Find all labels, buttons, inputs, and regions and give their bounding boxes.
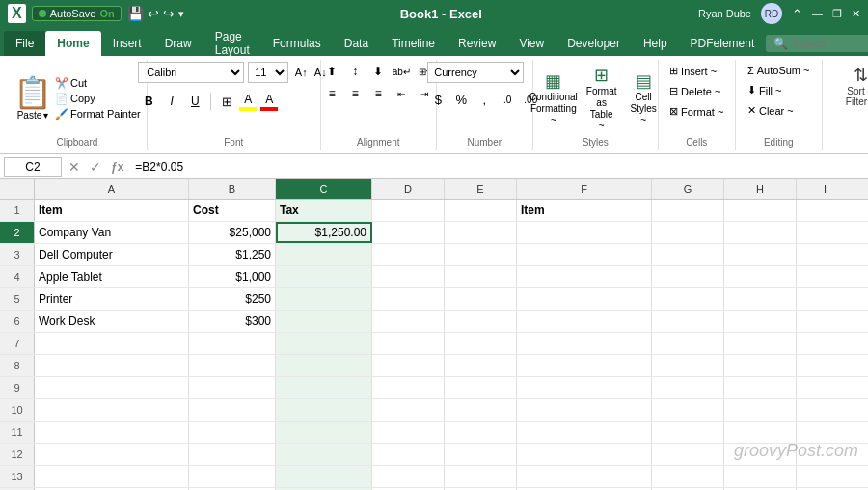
cut-btn[interactable]: ✂️ Cut [55, 77, 141, 90]
list-item[interactable] [652, 377, 724, 398]
list-item[interactable] [724, 444, 797, 465]
wrap-text-btn[interactable]: ab↵ [391, 62, 412, 81]
tab-view[interactable]: View [507, 31, 556, 56]
row-header-cell[interactable]: 6 [0, 311, 35, 332]
list-item[interactable] [797, 311, 854, 332]
list-item[interactable] [445, 355, 517, 376]
list-item[interactable] [189, 422, 276, 443]
tab-developer[interactable]: Developer [556, 31, 632, 56]
list-item[interactable] [517, 444, 652, 465]
list-item[interactable]: Cost [189, 200, 276, 221]
col-header-b[interactable]: B [189, 179, 276, 199]
list-item[interactable] [652, 355, 724, 376]
list-item[interactable] [189, 444, 276, 465]
list-item[interactable] [372, 288, 445, 310]
tab-formulas[interactable]: Formulas [261, 31, 333, 56]
list-item[interactable]: $1,250 [189, 244, 276, 265]
list-item[interactable] [445, 288, 517, 310]
tab-review[interactable]: Review [447, 31, 507, 56]
align-right-btn[interactable]: ≡ [367, 84, 389, 103]
list-item[interactable]: Dell Computer [35, 244, 189, 265]
list-item[interactable] [445, 466, 517, 487]
list-item[interactable] [797, 333, 854, 354]
list-item[interactable] [372, 377, 445, 398]
list-item[interactable]: Item [35, 200, 189, 221]
list-item[interactable] [276, 355, 372, 376]
list-item[interactable] [854, 266, 868, 287]
search-input[interactable] [792, 38, 868, 49]
list-item[interactable] [372, 355, 445, 376]
list-item[interactable] [652, 288, 724, 310]
list-item[interactable] [797, 444, 854, 465]
list-item[interactable] [724, 377, 797, 398]
row-header-cell[interactable]: 11 [0, 422, 35, 443]
list-item[interactable] [276, 399, 372, 421]
row-header-cell[interactable]: 13 [0, 466, 35, 487]
list-item[interactable] [652, 244, 724, 265]
list-item[interactable]: $1,000 [189, 266, 276, 287]
row-header-cell[interactable]: 7 [0, 333, 35, 354]
list-item[interactable] [445, 244, 517, 265]
list-item[interactable] [797, 222, 854, 243]
list-item[interactable] [724, 200, 797, 221]
list-item[interactable] [797, 244, 854, 265]
format-painter-btn[interactable]: 🖌️ Format Painter [55, 108, 141, 121]
align-left-btn[interactable]: ≡ [321, 84, 342, 103]
list-item[interactable] [189, 333, 276, 354]
list-item[interactable] [517, 466, 652, 487]
formula-insert-fn-btn[interactable]: ƒx [108, 160, 126, 174]
list-item[interactable] [854, 466, 868, 487]
list-item[interactable] [724, 399, 797, 421]
list-item[interactable] [724, 288, 797, 310]
list-item[interactable]: $300 [189, 311, 276, 332]
list-item[interactable] [724, 422, 797, 443]
paste-label[interactable]: Paste [17, 110, 42, 121]
list-item[interactable] [517, 333, 652, 354]
list-item[interactable] [797, 288, 854, 310]
conditional-formatting-btn[interactable]: ▦ Conditional Formatting ~ [529, 68, 578, 129]
list-item[interactable] [189, 399, 276, 421]
search-box[interactable]: 🔍 [766, 35, 868, 52]
fill-btn[interactable]: ⬇ Fill ~ [743, 81, 787, 99]
dollar-btn[interactable]: $ [427, 89, 448, 110]
list-item[interactable] [517, 399, 652, 421]
ribbon-collapse-icon[interactable]: ⌃ [792, 7, 802, 21]
list-item[interactable] [854, 288, 868, 310]
paste-dropdown-icon[interactable]: ▾ [43, 110, 48, 121]
align-bottom-btn[interactable]: ⬇ [367, 62, 389, 81]
format-btn[interactable]: ⊠ Format ~ [665, 102, 728, 121]
font-size-select[interactable]: 11 [248, 62, 288, 83]
list-item[interactable] [445, 377, 517, 398]
percent-btn[interactable]: % [450, 89, 472, 110]
grid-container[interactable]: A B C D E F G H I J 1ItemCostTaxItem2Com… [0, 179, 868, 490]
col-header-j[interactable]: J [854, 179, 868, 199]
underline-btn[interactable]: U [184, 91, 205, 112]
list-item[interactable] [854, 333, 868, 354]
maximize-btn[interactable]: ❐ [832, 8, 842, 20]
row-header-cell[interactable]: 2 [0, 222, 35, 243]
cell-styles-btn[interactable]: ▤ Cell Styles ~ [625, 68, 661, 129]
list-item[interactable] [372, 333, 445, 354]
list-item[interactable]: Printer [35, 288, 189, 310]
row-header-cell[interactable]: 8 [0, 355, 35, 376]
list-item[interactable] [35, 444, 189, 465]
list-item[interactable] [276, 377, 372, 398]
list-item[interactable] [445, 444, 517, 465]
align-center-btn[interactable]: ≡ [344, 84, 366, 103]
list-item[interactable]: $25,000 [189, 222, 276, 243]
list-item[interactable] [276, 288, 372, 310]
list-item[interactable] [372, 311, 445, 332]
formula-confirm-btn[interactable]: ✓ [87, 159, 104, 175]
list-item[interactable] [854, 355, 868, 376]
list-item[interactable] [276, 244, 372, 265]
fill-color-btn[interactable]: A [239, 93, 257, 111]
cell-name-box[interactable] [4, 157, 62, 177]
row-header-cell[interactable]: 5 [0, 288, 35, 310]
list-item[interactable] [517, 244, 652, 265]
tab-timeline[interactable]: Timeline [380, 31, 447, 56]
list-item[interactable] [372, 222, 445, 243]
paste-btn[interactable]: 📋 [14, 77, 52, 108]
list-item[interactable] [445, 266, 517, 287]
tab-data[interactable]: Data [333, 31, 380, 56]
align-top-btn[interactable]: ⬆ [321, 62, 342, 81]
